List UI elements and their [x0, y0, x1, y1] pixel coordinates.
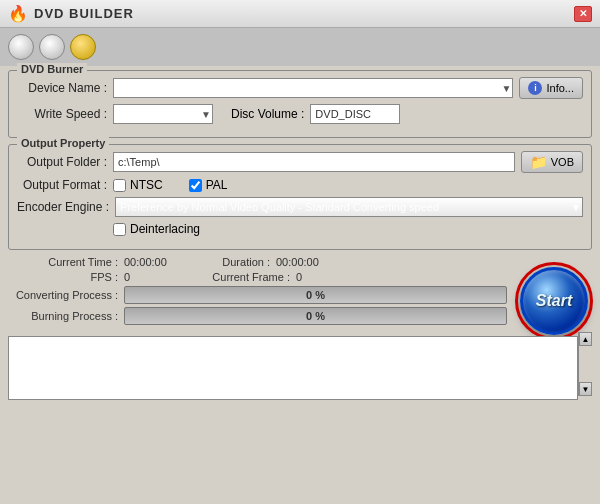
device-name-wrapper: ▼ — [113, 78, 513, 98]
pal-label: PAL — [206, 178, 228, 192]
converting-label: Converting Process : — [8, 289, 118, 301]
encoder-engine-label: Encoder Engine : — [17, 200, 109, 214]
ntsc-checkbox-row: NTSC — [113, 178, 163, 192]
scroll-up-arrow[interactable]: ▲ — [579, 332, 592, 346]
close-button[interactable]: ✕ — [574, 6, 592, 22]
log-scrollbar: ▲ ▼ — [578, 332, 592, 396]
disc-volume-label: Disc Volume : — [231, 107, 304, 121]
encoder-dropdown-wrapper: Preference by Normal Video Quality - Sta… — [115, 197, 583, 217]
folder-icon: 📁 — [530, 154, 547, 170]
info-button-label: Info... — [546, 82, 574, 94]
output-format-row: Output Format : NTSC PAL — [17, 178, 583, 192]
info-button[interactable]: i Info... — [519, 77, 583, 99]
window-controls — [0, 28, 600, 66]
time-row: Current Time : 00:00:00 Duration : 00:00… — [8, 256, 592, 268]
title-bar: 🔥 DVD BUILDER ✕ — [0, 0, 600, 28]
encoder-engine-row: Encoder Engine : Preference by Normal Vi… — [17, 197, 583, 217]
current-frame-value: 0 — [296, 271, 366, 283]
start-button-area: Start — [516, 263, 592, 339]
title-bar-left: 🔥 DVD BUILDER — [8, 4, 134, 23]
info-icon: i — [528, 81, 542, 95]
fps-value: 0 — [124, 271, 194, 283]
burning-percent: 0 % — [306, 310, 325, 322]
dvd-burner-group: DVD Burner Device Name : ▼ i Info... Wri… — [8, 70, 592, 138]
current-time-label: Current Time : — [8, 256, 118, 268]
device-name-input[interactable] — [113, 78, 513, 98]
disc-volume-input[interactable] — [310, 104, 400, 124]
write-speed-label: Write Speed : — [17, 107, 107, 121]
restore-button[interactable] — [70, 34, 96, 60]
output-format-label: Output Format : — [17, 178, 107, 192]
ntsc-checkbox[interactable] — [113, 179, 126, 192]
dvd-burner-title: DVD Burner — [17, 63, 87, 75]
duration-value: 00:00:00 — [276, 256, 346, 268]
device-name-label: Device Name : — [17, 81, 107, 95]
pal-checkbox[interactable] — [189, 179, 202, 192]
burning-progress: 0 % — [124, 307, 507, 325]
fps-area: FPS : 0 Current Frame : 0 Converting Pro… — [8, 271, 592, 328]
output-folder-input[interactable] — [113, 152, 515, 172]
burning-label: Burning Process : — [8, 310, 118, 322]
start-button[interactable]: Start — [520, 267, 588, 335]
vob-button-label: VOB — [551, 156, 574, 168]
app-title: DVD BUILDER — [34, 6, 134, 21]
app-icon: 🔥 — [8, 4, 28, 23]
write-speed-row: Write Speed : ▼ Disc Volume : — [17, 104, 583, 124]
deinterlacing-checkbox-row: Deinterlacing — [113, 222, 200, 236]
pal-checkbox-row: PAL — [189, 178, 228, 192]
fps-start-row: FPS : 0 Current Frame : 0 Converting Pro… — [8, 271, 592, 328]
current-frame-label: Current Frame : — [200, 271, 290, 283]
vob-button[interactable]: 📁 VOB — [521, 151, 583, 173]
fps-label: FPS : — [8, 271, 118, 283]
device-name-row: Device Name : ▼ i Info... — [17, 77, 583, 99]
encoder-select[interactable]: Preference by Normal Video Quality - Sta… — [115, 197, 583, 217]
converting-process-row: Converting Process : 0 % — [8, 286, 592, 304]
minimize-button[interactable] — [8, 34, 34, 60]
ntsc-label: NTSC — [130, 178, 163, 192]
output-property-title: Output Property — [17, 137, 109, 149]
start-button-label: Start — [536, 292, 572, 310]
current-time-value: 00:00:00 — [124, 256, 194, 268]
write-speed-input[interactable] — [113, 104, 213, 124]
converting-percent: 0 % — [306, 289, 325, 301]
main-content: DVD Burner Device Name : ▼ i Info... Wri… — [0, 66, 600, 504]
write-speed-wrapper: ▼ — [113, 104, 213, 124]
converting-progress: 0 % — [124, 286, 507, 304]
maximize-button[interactable] — [39, 34, 65, 60]
fps-row: FPS : 0 Current Frame : 0 — [8, 271, 592, 283]
output-folder-row: Output Folder : 📁 VOB — [17, 151, 583, 173]
log-area-wrapper: ▲ ▼ — [8, 332, 592, 396]
log-textarea[interactable] — [8, 336, 578, 400]
burning-process-row: Burning Process : 0 % — [8, 307, 592, 325]
scroll-down-arrow[interactable]: ▼ — [579, 382, 592, 396]
duration-label: Duration : — [200, 256, 270, 268]
deinterlacing-checkbox[interactable] — [113, 223, 126, 236]
status-area: Current Time : 00:00:00 Duration : 00:00… — [8, 256, 592, 396]
deinterlacing-row: Deinterlacing — [113, 222, 583, 236]
output-property-group: Output Property Output Folder : 📁 VOB Ou… — [8, 144, 592, 250]
deinterlacing-label: Deinterlacing — [130, 222, 200, 236]
output-folder-label: Output Folder : — [17, 155, 107, 169]
